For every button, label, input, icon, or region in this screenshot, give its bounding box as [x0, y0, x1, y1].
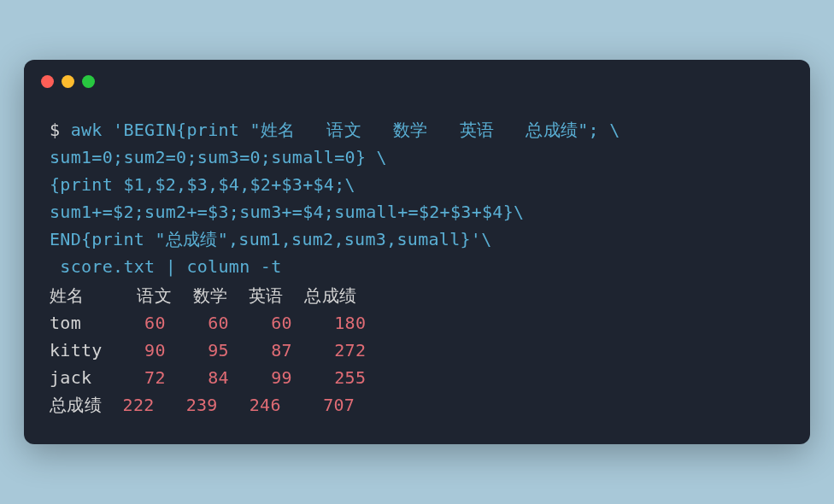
command-line-6: score.txt | column -t: [50, 253, 784, 280]
table-row: 总成绩 222 239 246 707: [50, 391, 784, 419]
row-val: 84: [208, 367, 229, 388]
command-line-1: $ awk 'BEGIN{print "姓名 语文 数学 英语 总成绩"; \: [50, 116, 784, 144]
row-val: 707: [323, 395, 355, 415]
row-val: 255: [334, 367, 366, 388]
row-val: 60: [208, 313, 229, 333]
pipe-section: score.txt |: [50, 256, 186, 277]
command-cont: \: [481, 229, 491, 249]
command-line-2: sum1=0;sum2=0;sum3=0;sumall=0} \: [50, 144, 784, 171]
row-name: kitty: [50, 340, 103, 360]
row-val: 99: [271, 367, 292, 388]
header-col2: 语文: [137, 285, 172, 306]
minimize-button[interactable]: [62, 75, 74, 88]
command-line-5: END{print "总成绩",sum1,sum2,sum3,sumall}'\: [50, 226, 784, 253]
table-row: tom 60 60 60 180: [50, 309, 784, 337]
header-col3: 数学: [193, 285, 228, 306]
row-val: 180: [334, 313, 366, 333]
output-table: 姓名 语文 数学 英语 总成绩 tom 60 60 60 180 kitty 9…: [50, 282, 784, 419]
table-row: jack 72 84 99 255: [50, 364, 784, 391]
row-val: 239: [186, 395, 218, 415]
table-row: kitty 90 95 87 272: [50, 337, 784, 364]
header-name: 姓名: [50, 285, 85, 306]
close-button[interactable]: [41, 75, 54, 88]
row-val: 222: [123, 395, 155, 415]
command-line-3: {print $1,$2,$3,$4,$2+$3+$4;\: [50, 171, 784, 198]
row-name: tom: [50, 313, 81, 333]
row-val: 95: [208, 340, 229, 360]
prompt-symbol: $: [50, 120, 71, 140]
command-end: END{print "总成绩",sum1,sum2,sum3,sumall}': [50, 229, 481, 249]
row-val: 72: [144, 367, 166, 388]
row-val: 87: [271, 340, 292, 360]
command-arg-1: 'BEGIN{print "姓名 语文 数学 英语 总成绩"; \: [113, 120, 620, 140]
row-name: 总成绩: [50, 395, 102, 415]
table-header-row: 姓名 语文 数学 英语 总成绩: [50, 282, 784, 309]
maximize-button[interactable]: [82, 75, 95, 88]
header-col4: 英语: [249, 285, 284, 306]
flag-t: -t: [261, 256, 282, 277]
command-awk: awk: [71, 120, 113, 140]
row-val: 90: [144, 340, 166, 360]
row-val: 246: [250, 395, 281, 415]
row-val: 60: [144, 313, 166, 333]
command-line-4: sum1+=$2;sum2+=$3;sum3+=$4;sumall+=$2+$3…: [50, 198, 784, 226]
row-val: 60: [271, 313, 292, 333]
terminal-window: $ awk 'BEGIN{print "姓名 语文 数学 英语 总成绩"; \ …: [24, 60, 810, 444]
header-col5: 总成绩: [304, 285, 356, 306]
row-name: jack: [50, 367, 91, 388]
command-column: column: [186, 256, 260, 277]
titlebar: [24, 60, 810, 95]
terminal-content[interactable]: $ awk 'BEGIN{print "姓名 语文 数学 英语 总成绩"; \ …: [24, 95, 810, 444]
row-val: 272: [334, 340, 366, 360]
